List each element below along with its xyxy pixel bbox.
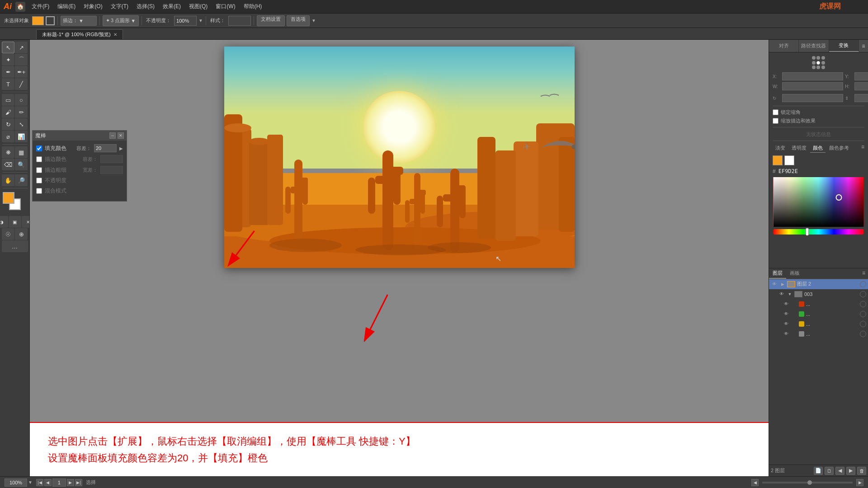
tab-color-ref[interactable]: 颜色参考 [826,144,852,153]
layers-page-btn[interactable]: 🗋 [825,467,834,475]
menu-effect[interactable]: 效果(E) [159,2,184,11]
stroke-color-box[interactable] [46,16,55,25]
layer-target-btn[interactable] [860,281,866,287]
brush-tool[interactable]: 🖌 [2,106,14,118]
layer-item-003[interactable]: 👁 ▼ 003 [769,289,868,299]
stroke-width-checkbox[interactable] [36,167,42,173]
color-mode-btn[interactable]: ◑ [0,216,8,228]
layers-delete-btn[interactable]: 🗑 [857,467,866,475]
menu-select[interactable]: 选择(S) [133,2,158,11]
style-value[interactable] [228,16,251,26]
tab-gradient[interactable]: 淡变 [773,144,788,153]
zoom-dropdown-btn[interactable]: ▼ [28,480,33,485]
menu-view[interactable]: 视图(Q) [185,2,211,11]
symbol-tool[interactable]: ❋ [2,146,14,158]
zoom-tool-2[interactable]: 🔎 [15,174,28,186]
menu-file[interactable]: 文件(F) [28,2,53,11]
tab-transparency[interactable]: 透明度 [789,144,809,153]
scroll-right-btn[interactable]: ▶ [856,479,863,486]
shear-input[interactable] [854,94,868,102]
layer-red-eye[interactable]: 👁 [783,300,790,308]
page-next-btn[interactable]: ▶ [67,479,74,486]
document-tab[interactable]: 未标题-1* @ 100% (RGB/预览) ✕ [36,29,123,39]
layers-menu-btn[interactable]: ≡ [859,268,868,279]
layer-item-2[interactable]: 👁 ▶ 图层 2 [769,279,868,289]
page-last-btn[interactable]: ▶| [75,479,82,486]
graph-tool[interactable]: 📊 [15,131,28,142]
scale-stroke-checkbox[interactable] [773,118,778,124]
layer-yellow-eye[interactable]: 👁 [783,320,790,328]
menu-help[interactable]: 帮助(H) [240,2,266,11]
layer-grey-target[interactable] [860,331,866,337]
layer-red-target[interactable] [860,301,866,307]
menu-edit[interactable]: 编辑(E) [54,2,79,11]
canvas-wrapper[interactable]: ✈ ↖ 魔棒 ─ ✕ 填充颜色 容差 [30,40,769,422]
rotate-tool[interactable]: ↻ [2,118,14,130]
scale-tool[interactable]: ⤡ [15,118,28,130]
foreground-color[interactable] [3,192,14,204]
opacity-checkbox[interactable] [36,178,42,183]
type-tool[interactable]: T [2,78,14,90]
home-icon[interactable]: 🏠 [15,2,25,12]
direct-select-tool[interactable]: ↗ [15,42,28,53]
rotate-input[interactable] [782,94,843,102]
zoom-input[interactable] [5,479,27,487]
scroll-left-btn[interactable]: ◀ [751,479,759,486]
layer-yellow-target[interactable] [860,321,866,327]
layer-item-red[interactable]: 👁 ... [769,299,868,309]
bg-swatch[interactable] [784,155,794,165]
panel-options-btn[interactable]: ≡ [859,40,868,52]
doc-settings-btn[interactable]: 文档设置 [257,15,285,26]
gradient-btn[interactable]: ▣ [9,216,21,228]
layer-003-expand[interactable]: ▼ [787,291,793,297]
menu-text[interactable]: 文字(T) [107,2,132,11]
layer-003-target[interactable] [860,291,866,297]
extra-tool-1[interactable]: ☉ [2,228,14,240]
page-first-btn[interactable]: |◀ [36,479,43,486]
hand-tool[interactable]: ✋ [2,174,14,186]
panel-titlebar[interactable]: 魔棒 ─ ✕ [33,131,127,141]
rect-tool[interactable]: ▭ [2,94,14,106]
magic-wand-tool[interactable]: ✦ [2,54,14,66]
menu-window[interactable]: 窗口(W) [212,2,239,11]
pencil-tool[interactable]: ✏ [15,106,28,118]
none-btn[interactable]: ✕ [22,216,30,228]
add-anchor-tool[interactable]: ✒+ [15,66,28,78]
point-type-dropdown[interactable]: ✦ 3 点圆形 ▼ [103,15,139,26]
extra-tool-2[interactable]: ⊕ [15,228,28,240]
tolerance-input[interactable] [94,144,117,152]
preferences-btn[interactable]: 首选项 [287,15,310,26]
layers-new-btn[interactable]: 📄 [814,467,823,475]
page-prev-btn[interactable]: ◀ [44,479,52,486]
color-wheel-area[interactable] [773,177,864,236]
horizontal-scrollbar[interactable] [762,482,853,483]
layer-003-eye[interactable]: 👁 [778,291,785,298]
layer-grey-eye[interactable]: 👁 [783,330,790,338]
line-tool[interactable]: ╱ [15,78,28,90]
layer-item-yellow[interactable]: 👁 ... [769,319,868,329]
y-input[interactable] [854,72,868,80]
panel-minimize-btn[interactable]: ─ [109,132,116,139]
lasso-tool[interactable]: ⌒ [15,54,28,66]
layer-green-eye[interactable]: 👁 [783,310,790,318]
tab-pathfinder[interactable]: 路径查找器 [799,40,829,52]
tab-close-btn[interactable]: ✕ [113,32,117,37]
h-input[interactable] [854,82,868,90]
menu-object[interactable]: 对象(O) [80,2,106,11]
tab-color[interactable]: 颜色 [810,144,826,153]
zoom-tool[interactable]: 🔍 [15,159,28,170]
ellipse-tool[interactable]: ○ [15,94,28,106]
layer-visibility-icon[interactable]: 👁 [771,281,778,288]
extra-tool-3[interactable]: … [2,240,28,252]
layer-expand-icon[interactable]: ▶ [780,282,785,287]
tab-layers[interactable]: 图层 [769,268,786,279]
fill-color-box[interactable] [32,16,44,25]
blend-mode-checkbox[interactable] [36,188,42,194]
eraser-tool[interactable]: ⌫ [2,159,14,170]
stroke-tolerance-input[interactable] [100,155,123,163]
page-input[interactable] [52,479,66,487]
tab-align[interactable]: 对齐 [769,40,799,52]
pen-tool[interactable]: ✒ [2,66,14,78]
x-input[interactable] [782,72,843,80]
tab-artboard[interactable]: 画板 [786,268,803,279]
